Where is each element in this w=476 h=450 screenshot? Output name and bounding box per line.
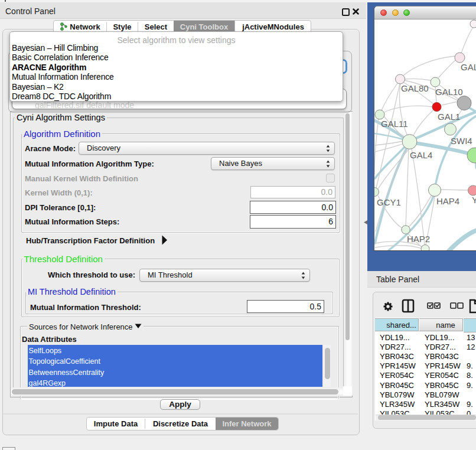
svg-text:GAL4: GAL4: [410, 150, 432, 160]
svg-text:GCY1: GCY1: [377, 197, 401, 207]
svg-text:HAP4: HAP4: [436, 196, 459, 206]
svg-text:SWI4: SWI4: [451, 136, 472, 146]
svg-text:GAL80: GAL80: [401, 83, 429, 93]
svg-text:GAL11: GAL11: [381, 119, 408, 129]
svg-text:HAP2: HAP2: [407, 234, 430, 244]
svg-text:GAL1: GAL1: [438, 112, 460, 122]
svg-text:GAL2: GAL2: [461, 62, 476, 72]
svg-text:GAL10: GAL10: [435, 87, 463, 97]
svg-text:Y: Y: [472, 195, 476, 205]
